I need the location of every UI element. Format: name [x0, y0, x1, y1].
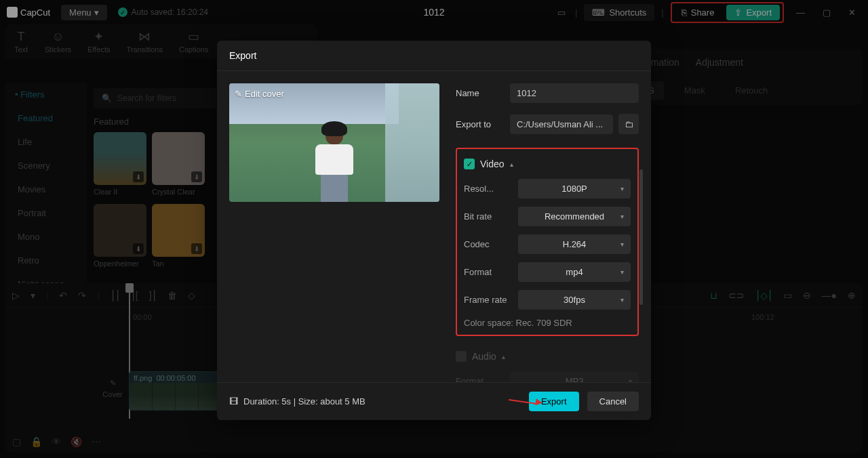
modal-title: Export	[217, 41, 651, 71]
codec-label: Codec	[464, 239, 518, 249]
audio-section-title: Audio	[472, 351, 496, 362]
cover-preview: ✎ Edit cover	[229, 83, 439, 202]
film-icon: 🎞	[229, 396, 238, 407]
resolution-label: Resol...	[464, 184, 518, 194]
modal-footer: 🎞 Duration: 5s | Size: about 5 MB Export…	[217, 382, 651, 420]
video-checkbox[interactable]: ✓	[464, 159, 475, 169]
name-label: Name	[456, 88, 510, 98]
chevron-down-icon: ▾	[620, 213, 624, 220]
chevron-down-icon: ▾	[620, 268, 624, 276]
audio-checkbox[interactable]	[456, 351, 467, 362]
name-input[interactable]	[510, 83, 639, 103]
video-section-title: Video	[480, 159, 505, 169]
export-modal: Export ✎ Edit cover Name	[217, 41, 651, 420]
video-settings-section: ✓ Video ▴ Resol... 1080P▾ Bit rate Recom…	[456, 148, 639, 336]
bitrate-label: Bit rate	[464, 211, 518, 222]
collapse-icon[interactable]: ▴	[510, 161, 513, 168]
format-dropdown[interactable]: mp4▾	[518, 262, 631, 282]
format-label: Format	[464, 267, 518, 277]
chevron-down-icon: ▾	[629, 377, 632, 382]
browse-folder-button[interactable]: 🗀	[618, 114, 639, 134]
scrollbar[interactable]	[639, 169, 643, 305]
chevron-down-icon: ▾	[620, 241, 624, 248]
folder-icon: 🗀	[625, 119, 633, 129]
framerate-label: Frame rate	[464, 295, 518, 305]
annotation-arrow	[509, 394, 542, 408]
codec-dropdown[interactable]: H.264▾	[518, 234, 631, 254]
audio-format-dropdown[interactable]: MP3▾	[510, 371, 639, 382]
chevron-down-icon: ▾	[620, 185, 624, 192]
collapse-icon[interactable]: ▴	[502, 353, 505, 360]
cancel-button[interactable]: Cancel	[587, 392, 639, 411]
chevron-down-icon: ▾	[620, 296, 624, 304]
audio-format-label: Format	[456, 376, 510, 382]
audio-settings-section: Audio ▴ Format MP3▾	[456, 351, 639, 382]
color-space-info: Color space: Rec. 709 SDR	[464, 318, 631, 328]
exportto-label: Export to	[456, 119, 510, 129]
exportto-path[interactable]: C:/Users/Usman Ali ...	[510, 114, 613, 134]
bitrate-dropdown[interactable]: Recommended▾	[518, 207, 631, 226]
resolution-dropdown[interactable]: 1080P▾	[518, 179, 631, 199]
framerate-dropdown[interactable]: 30fps▾	[518, 290, 631, 310]
export-info: 🎞 Duration: 5s | Size: about 5 MB	[229, 396, 366, 407]
edit-cover-button[interactable]: ✎ Edit cover	[235, 89, 284, 99]
pencil-icon: ✎	[235, 89, 242, 99]
